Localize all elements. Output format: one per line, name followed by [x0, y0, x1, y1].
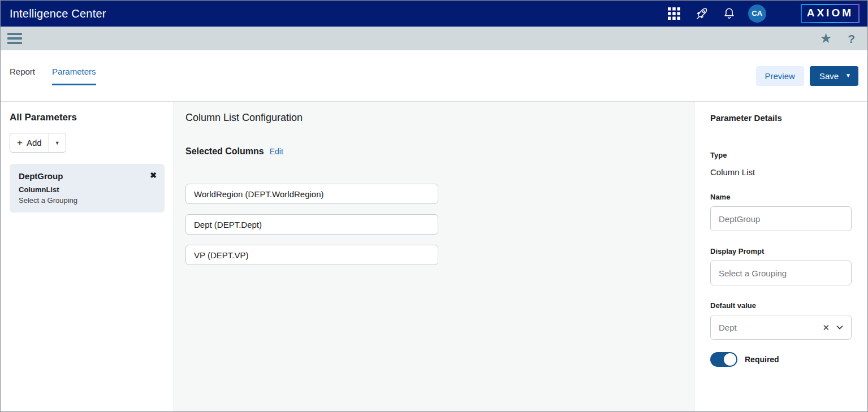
save-button[interactable]: Save ▼: [810, 66, 858, 86]
secondary-toolbar: ★ ?: [1, 27, 867, 50]
parameter-details-panel: Parameter Details Type Column List Name …: [694, 102, 867, 411]
help-icon[interactable]: ?: [848, 33, 855, 45]
content-body: All Parameters + Add ▼ DeptGroup ✖ Colum…: [1, 101, 867, 411]
apps-grid-icon[interactable]: [665, 5, 683, 23]
column-list-configuration-panel: Column List Configuration Selected Colum…: [174, 102, 694, 411]
save-button-label: Save: [819, 71, 839, 81]
default-value-select[interactable]: Dept ✕: [710, 315, 852, 340]
display-prompt-input[interactable]: [710, 261, 852, 285]
header-actions: Preview Save ▼: [756, 66, 858, 86]
parameter-card-name: DeptGroup: [19, 171, 63, 181]
selected-column-item[interactable]: WorldRegion (DEPT.WorldRegion): [185, 184, 438, 204]
axiom-logo: AXIOM: [801, 4, 860, 23]
save-dropdown-caret-icon[interactable]: ▼: [845, 73, 851, 79]
selected-column-item[interactable]: Dept (DEPT.Dept): [185, 214, 438, 235]
selected-columns-header: Selected Columns Edit: [182, 146, 683, 157]
top-navbar: Intelligence Center: [1, 1, 867, 27]
app-title: Intelligence Center: [10, 7, 106, 20]
edit-columns-link[interactable]: Edit: [270, 147, 283, 156]
main-panel-title: Column List Configuration: [182, 112, 683, 124]
page-header: Report Parameters Preview Save ▼: [1, 50, 867, 101]
add-parameter-split-button: + Add ▼: [10, 133, 66, 153]
selected-column-item[interactable]: VP (DEPT.VP): [185, 245, 438, 265]
name-input[interactable]: [710, 206, 852, 231]
navbar-actions: CA AXIOM: [665, 4, 860, 23]
selected-columns-list: WorldRegion (DEPT.WorldRegion) Dept (DEP…: [182, 184, 683, 265]
rocket-icon[interactable]: [693, 5, 711, 23]
select-icons: ✕: [822, 323, 844, 332]
parameter-card-prompt: Select a Grouping: [19, 196, 157, 205]
bell-icon[interactable]: [720, 5, 739, 23]
default-value-label: Default value: [710, 301, 852, 310]
type-label: Type: [710, 151, 852, 159]
parameter-card-header: DeptGroup ✖: [19, 171, 157, 181]
chevron-down-icon: ▼: [55, 140, 60, 146]
selected-columns-title: Selected Columns: [185, 146, 264, 157]
user-avatar[interactable]: CA: [748, 5, 766, 23]
chevron-down-icon[interactable]: [835, 323, 844, 332]
required-toggle-row: Required: [710, 352, 852, 367]
type-value: Column List: [710, 167, 852, 177]
toolbar-right: ★ ?: [820, 32, 855, 45]
preview-button[interactable]: Preview: [756, 66, 804, 86]
default-value-text: Dept: [719, 323, 737, 332]
plus-icon: +: [17, 138, 23, 148]
name-label: Name: [710, 193, 852, 201]
parameters-sidebar: All Parameters + Add ▼ DeptGroup ✖ Colum…: [1, 102, 174, 411]
add-parameter-dropdown-button[interactable]: ▼: [49, 133, 66, 152]
parameter-card-type: ColumnList: [19, 185, 157, 194]
sidebar-heading: All Parameters: [10, 112, 165, 123]
required-toggle[interactable]: [710, 352, 737, 367]
details-heading: Parameter Details: [710, 113, 852, 123]
tab-parameters[interactable]: Parameters: [52, 67, 96, 85]
required-label: Required: [745, 355, 779, 364]
close-icon[interactable]: ✖: [150, 171, 157, 179]
tab-report[interactable]: Report: [10, 67, 35, 85]
parameter-card-deptgroup[interactable]: DeptGroup ✖ ColumnList Select a Grouping: [10, 164, 165, 212]
add-parameter-button[interactable]: + Add: [10, 133, 49, 152]
toggle-knob: [724, 353, 736, 366]
app-window: Intelligence Center: [0, 0, 868, 412]
display-prompt-label: Display Prompt: [710, 247, 852, 255]
favorite-star-icon[interactable]: ★: [820, 32, 832, 45]
add-button-label: Add: [27, 138, 42, 148]
tab-bar: Report Parameters: [10, 67, 96, 85]
clear-icon[interactable]: ✕: [822, 323, 830, 332]
hamburger-menu-icon[interactable]: [7, 33, 22, 44]
